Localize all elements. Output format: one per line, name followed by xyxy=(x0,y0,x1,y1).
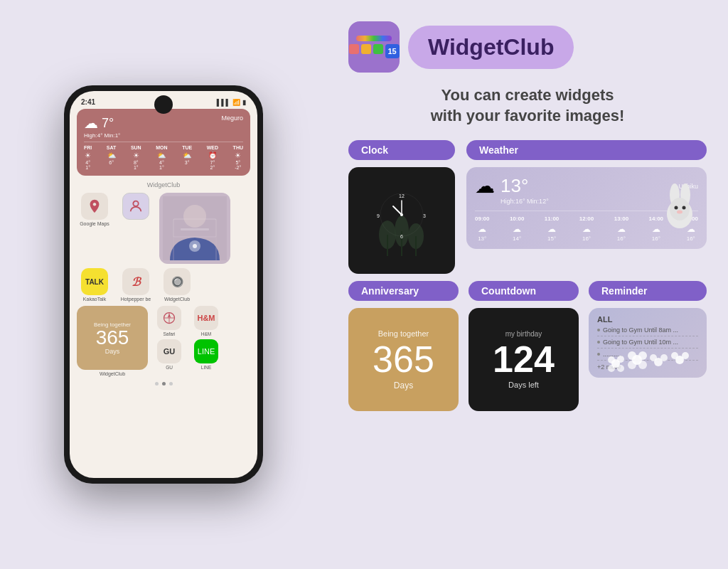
app-header: 15 WidgetClub xyxy=(348,21,707,73)
forecast-mon: MON ⛅ 4°1° xyxy=(156,145,167,170)
dot-3 xyxy=(169,382,173,385)
contact-icon-img xyxy=(122,193,149,220)
maps-label: Google Maps xyxy=(80,221,109,226)
icon-dot-red xyxy=(349,44,359,54)
rem-text-1: Going to Gym Until 8am ... xyxy=(603,326,678,334)
maps-icon-img xyxy=(81,193,108,220)
hm-icon-img: H&M xyxy=(194,306,218,330)
widgetclub-icon-img: 🔘 xyxy=(164,268,191,295)
phone-screen: 2:41 ▌▌▌ 📶 ▮ ☁ 7° Meguro High:4° Min:1° xyxy=(70,91,257,478)
status-time: 2:41 xyxy=(81,98,95,106)
weather-badge: Weather xyxy=(466,140,707,160)
anniversary-widget-large: Being together 365 Days xyxy=(348,308,459,411)
svg-text:9: 9 xyxy=(377,213,380,218)
phone-anniversary-widget: Being together 365 Days xyxy=(77,306,148,370)
phone-bottom-row: Being together 365 Days WidgetClub Safar… xyxy=(70,306,257,376)
rem-dot-1 xyxy=(597,329,600,331)
countdown-badge: Countdown xyxy=(469,281,579,301)
icon-dot-orange xyxy=(361,44,371,54)
line-icon-img: LINE xyxy=(194,339,218,363)
tagline-line1: You can create widgets xyxy=(441,86,614,104)
svg-text:6: 6 xyxy=(400,234,403,239)
icon-dot-green xyxy=(373,44,383,54)
forecast-tue: TUE ⛅ 3° xyxy=(182,145,192,170)
reminder-all-label: ALL xyxy=(597,315,698,324)
svg-point-38 xyxy=(617,365,624,372)
svg-text:12: 12 xyxy=(399,193,405,198)
widgetclub-app-icon: 15 xyxy=(348,21,400,73)
flower-decoration xyxy=(589,335,707,378)
app-icon-dots: 15 xyxy=(349,44,400,58)
phone-notch xyxy=(154,95,173,114)
weather-cloud-icon: ☁ xyxy=(475,174,495,198)
svg-point-46 xyxy=(660,354,668,361)
bunny-decoration xyxy=(658,173,701,230)
ann-widget-label: WidgetClub xyxy=(100,371,125,376)
phone-forecast: FRI ☀ 4°1° SAT ⛅ 6° SUN ☀ 8°1° xyxy=(84,142,243,170)
svg-point-0 xyxy=(133,201,138,206)
anniversary-badge: Anniversary xyxy=(348,281,459,301)
reminder-badge: Reminder xyxy=(589,281,707,301)
wlf-11: 11:00 ☁ 15° xyxy=(545,216,559,242)
weather-large-temp: 13° xyxy=(500,175,528,197)
widgetclub-phone-label: WidgetClub xyxy=(164,297,190,302)
page-dots xyxy=(70,382,257,385)
wlf-09: 09:00 ☁ 13° xyxy=(475,216,489,242)
wlf-13: 13:00 ☁ 16° xyxy=(614,216,628,242)
cloud-icon: ☁ xyxy=(84,115,98,132)
ann-large-num: 365 xyxy=(373,341,434,378)
svg-point-7 xyxy=(193,244,197,248)
svg-point-48 xyxy=(671,352,678,359)
phone-weather-widget: ☁ 7° Meguro High:4° Min:1° FRI ☀ 4°1° SA… xyxy=(77,109,250,176)
clock-badge: Clock xyxy=(348,140,455,160)
svg-point-36 xyxy=(617,356,624,363)
svg-point-43 xyxy=(638,361,647,369)
gu-app: GU GU xyxy=(154,339,185,370)
cd-num: 124 xyxy=(493,341,555,378)
phone-temp: 7° xyxy=(102,116,114,131)
ann-large-title: Being together xyxy=(378,329,429,338)
reminder-column: Reminder ALL Going to Gym Until 8am ... … xyxy=(589,281,707,378)
clock-column: Clock 12 3 xyxy=(348,140,455,274)
anniversary-column: Anniversary Being together 365 Days xyxy=(348,281,459,411)
svg-point-45 xyxy=(650,354,657,361)
countdown-column: Countdown my birthday 124 Days left xyxy=(469,281,579,411)
svg-point-26 xyxy=(400,213,403,216)
safari-icon-img xyxy=(157,306,181,330)
svg-point-41 xyxy=(638,351,647,360)
dot-1 xyxy=(155,382,159,385)
phone-mockup: 2:41 ▌▌▌ 📶 ▮ ☁ 7° Meguro High:4° Min:1° xyxy=(64,85,263,484)
hm-app: H&M H&M xyxy=(191,306,222,336)
app-icon-stripe xyxy=(356,36,392,41)
countdown-widget: my birthday 124 Days left xyxy=(469,308,579,411)
svg-point-37 xyxy=(608,365,615,372)
tagline: You can create widgets with your favorit… xyxy=(348,85,707,126)
svg-point-32 xyxy=(682,206,685,209)
svg-point-2 xyxy=(183,205,206,228)
hotpepper-app: ℬ Hotpepper be xyxy=(118,268,154,302)
weather-widget-preview: ☁ 13° Ushiku High:16° Min:12° xyxy=(466,167,707,249)
svg-point-40 xyxy=(628,351,636,360)
wifi-icon: 📶 xyxy=(232,99,240,106)
app-name-container: WidgetClub xyxy=(408,26,574,69)
svg-point-42 xyxy=(628,361,636,369)
svg-point-49 xyxy=(682,352,689,359)
forecast-sat: SAT ⛅ 6° xyxy=(107,145,116,170)
app-name: WidgetClub xyxy=(428,34,554,60)
ann-number: 365 xyxy=(96,328,129,348)
gu-label: GU xyxy=(166,365,173,370)
tagline-line2: with your favorite images! xyxy=(431,107,625,124)
svg-text:3: 3 xyxy=(423,213,426,218)
signal-icon: ▌▌▌ xyxy=(217,99,230,106)
cd-label: Days left xyxy=(508,381,539,389)
kakao-app: TALK KakaoTalk xyxy=(77,268,112,302)
safari-label: Safari xyxy=(164,331,176,336)
svg-rect-4 xyxy=(181,228,209,230)
hotpepper-icon-img: ℬ xyxy=(122,268,149,295)
photo-widget xyxy=(159,193,230,264)
line-label: LINE xyxy=(201,365,211,370)
right-panel: 15 WidgetClub You can create widgets wit… xyxy=(327,0,728,569)
forecast-sun: SUN ☀ 8°1° xyxy=(131,145,141,170)
small-icons-col-2: H&M H&M LINE LINE xyxy=(191,306,222,376)
icon-num-badge: 15 xyxy=(385,44,400,58)
